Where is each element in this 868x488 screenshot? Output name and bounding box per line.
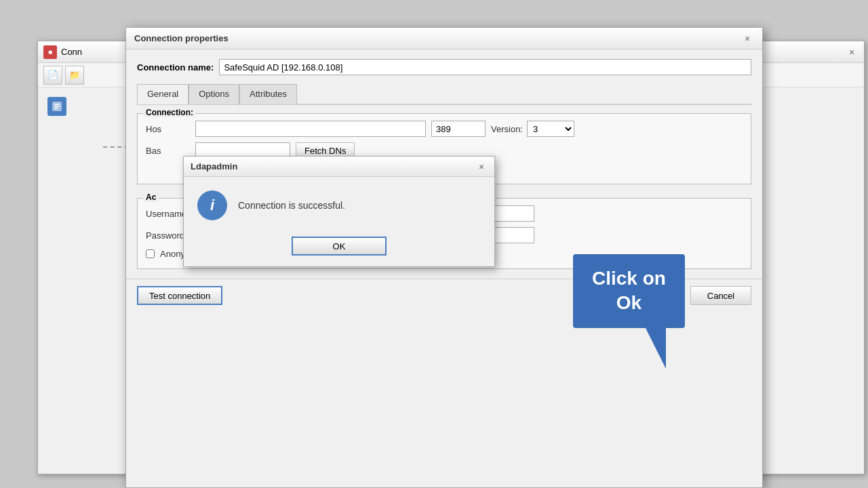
bg-window-title-text: Conn [61,47,82,57]
toolbar-btn-1[interactable]: 📄 [43,66,62,85]
port-input[interactable] [431,121,486,137]
dialog-footer: Test connection OK Cancel [126,279,762,312]
info-icon: i [197,190,227,220]
modal-close-button[interactable]: × [475,161,488,173]
main-ok-button[interactable]: OK [624,286,685,305]
version-label: Version: [491,124,523,134]
bg-item-icon [47,97,66,116]
modal-titlebar: Ldapadmin × [184,157,494,177]
connection-name-row: Connection name: [137,59,751,75]
anonymous-checkbox[interactable] [146,249,155,258]
footer-right: OK Cancel [624,286,751,305]
tab-attributes[interactable]: Attributes [239,84,297,104]
dialog-title-text: Connection properties [134,33,229,43]
ldapadmin-dialog: Ldapadmin × i Connection is successful. … [183,156,495,267]
modal-footer: OK [184,231,494,266]
toolbar-btn-2[interactable]: 📁 [65,66,84,85]
base-label: Bas [146,146,190,156]
modal-title-text: Ldapadmin [191,161,237,171]
auth-section-label: Ac [143,192,159,202]
connection-section-label: Connection: [143,108,196,117]
modal-message: Connection is successful. [238,200,345,211]
bg-close-button[interactable]: × [845,45,859,59]
dialog-close-button[interactable]: × [741,32,754,45]
version-select[interactable]: 3 2 [527,121,574,137]
host-row: Hos Version: 3 2 [146,121,743,137]
connection-name-label: Connection name: [137,62,214,73]
test-connection-button[interactable]: Test connection [137,286,222,305]
connection-name-input[interactable] [219,59,751,75]
modal-body: i Connection is successful. [184,177,494,231]
version-group: Version: 3 2 [491,121,574,137]
dialog-titlebar: Connection properties × [126,28,762,49]
footer-left: Test connection [137,286,222,305]
host-input[interactable] [195,121,426,137]
main-cancel-button[interactable]: Cancel [690,286,751,305]
bg-window-title: ■ Conn [43,45,82,59]
tab-options[interactable]: Options [189,84,239,104]
tabs-container: General Options Attributes [137,83,751,105]
tab-general[interactable]: General [137,84,189,104]
bg-window-icon: ■ [43,45,57,59]
host-label: Hos [146,124,190,134]
ok-button[interactable]: OK [292,237,387,256]
